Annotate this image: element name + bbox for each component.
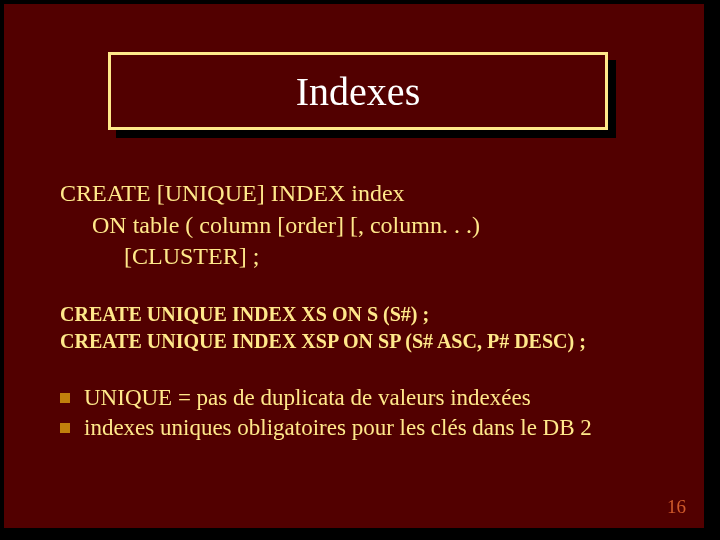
bullet-text: UNIQUE = pas de duplicata de valeurs ind… [84,383,531,413]
bullet-list: UNIQUE = pas de duplicata de valeurs ind… [60,383,656,444]
bullet-text: indexes uniques obligatoires pour les cl… [84,413,592,443]
square-bullet-icon [60,423,70,433]
sql-syntax-block: CREATE [UNIQUE] INDEX index ON table ( c… [60,178,656,273]
example-line-2: CREATE UNIQUE INDEX XSP ON SP (S# ASC, P… [60,328,656,355]
syntax-line-2: ON table ( column [order] [, column. . .… [60,210,656,242]
list-item: indexes uniques obligatoires pour les cl… [60,413,656,443]
slide: Indexes CREATE [UNIQUE] INDEX index ON t… [4,4,704,528]
square-bullet-icon [60,393,70,403]
title-box: Indexes [108,52,608,130]
page-number: 16 [667,496,686,518]
sql-examples-block: CREATE UNIQUE INDEX XS ON S (S#) ; CREAT… [60,301,656,355]
slide-title: Indexes [296,68,420,115]
syntax-line-1: CREATE [UNIQUE] INDEX index [60,178,656,210]
syntax-line-3: [CLUSTER] ; [60,241,656,273]
list-item: UNIQUE = pas de duplicata de valeurs ind… [60,383,656,413]
example-line-1: CREATE UNIQUE INDEX XS ON S (S#) ; [60,301,656,328]
slide-body: CREATE [UNIQUE] INDEX index ON table ( c… [60,178,656,444]
